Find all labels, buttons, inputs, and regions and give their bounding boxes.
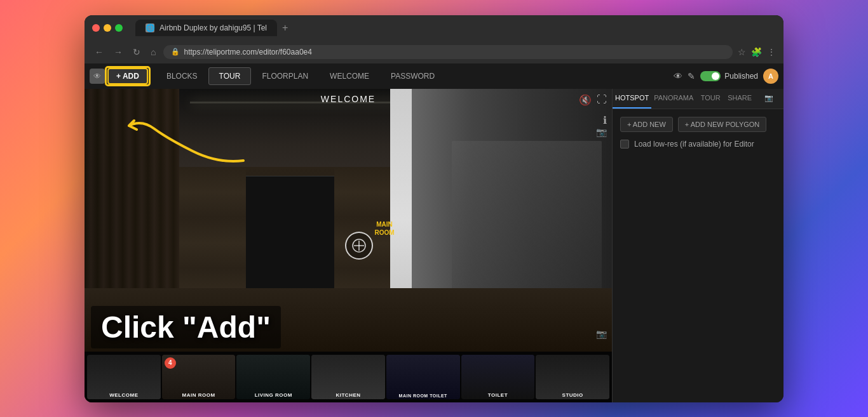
- tab-favicon: 🌐: [146, 23, 154, 32]
- thumb-mrtl-bg: [386, 355, 460, 399]
- add-new-button[interactable]: + ADD NEW: [620, 117, 673, 132]
- view-icons: 🔇 ⛶: [579, 94, 607, 106]
- address-actions: ☆ 🧩 ⋮: [738, 47, 776, 57]
- tab-password[interactable]: PASSWORD: [380, 67, 445, 85]
- sp-tab-hotspot[interactable]: HOTSPOT: [613, 89, 651, 109]
- published-toggle[interactable]: Published: [700, 71, 758, 81]
- thumb-main-room[interactable]: 4 MAIN ROOM: [162, 355, 236, 399]
- app-logo: 👁: [90, 69, 105, 84]
- add-button[interactable]: + ADD: [107, 68, 148, 84]
- editor-area[interactable]: WELCOME 🔇 ⛶ ℹ 📷: [85, 89, 612, 402]
- thumb-mainroom-label: MAIN ROOM: [162, 392, 236, 398]
- traffic-lights: [92, 24, 123, 32]
- main-room-label: MAINROOM: [375, 220, 395, 237]
- bottom-camera-icon[interactable]: 📷: [596, 329, 607, 339]
- thumb-badge: 4: [165, 357, 176, 369]
- fullscreen-icon[interactable]: ⛶: [597, 94, 607, 106]
- info-icon[interactable]: ℹ: [603, 114, 607, 126]
- user-avatar[interactable]: A: [763, 69, 778, 84]
- app-toolbar: 👁 + ADD BLOCKS TOUR FLOORPLAN WELCOME PA…: [85, 63, 783, 89]
- floor: [85, 288, 612, 352]
- url-bar[interactable]: 🔒 https://teliportme.com/editor/f60aa0e4: [163, 45, 733, 59]
- sp-tab-share[interactable]: SHARE: [725, 89, 754, 109]
- forward-button[interactable]: →: [111, 46, 125, 58]
- side-panel: HOTSPOT PANORAMA TOUR SHARE 📷 + ADD NEW …: [612, 89, 783, 402]
- sp-tab-camera[interactable]: 📷: [754, 89, 783, 109]
- new-tab-button[interactable]: +: [282, 22, 288, 34]
- thumb-studio[interactable]: STUDIO: [536, 355, 609, 399]
- navigation-hotspot[interactable]: [345, 232, 373, 260]
- tab-bar: 🌐 Airbnb Duplex by dahigu95 | Tel +: [135, 20, 776, 36]
- logo-icon: 👁: [93, 72, 101, 81]
- add-polygon-button[interactable]: + ADD NEW POLYGON: [678, 117, 766, 132]
- minimize-button[interactable]: [104, 24, 111, 32]
- thumb-welcome[interactable]: WELCOME: [87, 355, 161, 399]
- tab-title: Airbnb Duplex by dahigu95 | Tel: [159, 23, 267, 32]
- address-bar: ← → ↻ ⌂ 🔒 https://teliportme.com/editor/…: [85, 41, 783, 63]
- thumb-kitchen-label: KITCHEN: [311, 392, 385, 398]
- add-button-wrapper: + ADD: [107, 68, 148, 84]
- side-panel-tabs: HOTSPOT PANORAMA TOUR SHARE 📷: [613, 89, 783, 109]
- sp-tab-tour[interactable]: TOUR: [696, 89, 725, 109]
- mute-icon[interactable]: 🔇: [579, 94, 592, 106]
- camera-icon[interactable]: 📷: [596, 127, 607, 137]
- browser-window: 🌐 Airbnb Duplex by dahigu95 | Tel + ← → …: [85, 15, 783, 402]
- thumb-welcome-label: WELCOME: [87, 392, 161, 398]
- load-low-res-option: Load low-res (if available) for Editor: [620, 140, 776, 149]
- tab-tour[interactable]: TOUR: [208, 67, 252, 85]
- url-text: https://teliportme.com/editor/f60aa0e4: [184, 48, 311, 56]
- load-low-res-label: Load low-res (if available) for Editor: [634, 140, 754, 149]
- maximize-button[interactable]: [115, 24, 123, 32]
- tab-welcome[interactable]: WELCOME: [319, 67, 380, 85]
- star-icon[interactable]: ☆: [738, 47, 746, 57]
- load-low-res-checkbox[interactable]: [620, 140, 629, 149]
- edit-icon[interactable]: ✎: [688, 71, 695, 81]
- tab-floorplan[interactable]: FLOORPLAN: [251, 67, 319, 85]
- side-panel-content: + ADD NEW + ADD NEW POLYGON Load low-res…: [613, 109, 783, 402]
- main-room-text: MAINROOM: [375, 221, 395, 236]
- lock-icon: 🔒: [171, 48, 180, 56]
- thumb-main-room-toilet[interactable]: MAIN ROOM TOILET: [386, 355, 460, 399]
- thumb-livingroom-label: LIVING ROOM: [236, 392, 310, 398]
- extension-icon[interactable]: 🧩: [751, 47, 762, 57]
- hotspot-icon: [351, 238, 367, 253]
- thumbnail-strip: WELCOME 4 MAIN ROOM LIVING ROOM KITCHEN: [85, 352, 612, 402]
- thumb-mrtl-label: MAIN ROOM TOILET: [386, 394, 460, 398]
- toggle-switch[interactable]: [700, 71, 721, 81]
- welcome-label: WELCOME: [321, 94, 376, 104]
- back-button[interactable]: ←: [92, 46, 106, 58]
- thumb-living-room[interactable]: LIVING ROOM: [236, 355, 310, 399]
- close-button[interactable]: [92, 24, 100, 32]
- reload-button[interactable]: ↻: [130, 46, 143, 58]
- thumb-toilet[interactable]: TOILET: [461, 355, 535, 399]
- thumb-toilet-label: TOILET: [461, 392, 535, 398]
- title-bar: 🌐 Airbnb Duplex by dahigu95 | Tel +: [85, 15, 783, 41]
- nav-tabs: BLOCKS TOUR FLOORPLAN WELCOME PASSWORD: [156, 67, 671, 85]
- published-label: Published: [724, 72, 758, 81]
- sp-actions: + ADD NEW + ADD NEW POLYGON: [620, 117, 776, 132]
- room-scene: WELCOME 🔇 ⛶ ℹ 📷: [85, 89, 612, 402]
- right-toolbar: 👁 ✎ Published A: [674, 69, 778, 84]
- home-button[interactable]: ⌂: [148, 46, 158, 58]
- sp-tab-panorama[interactable]: PANORAMA: [651, 89, 696, 109]
- menu-icon[interactable]: ⋮: [767, 47, 776, 57]
- thumb-studio-label: STUDIO: [536, 392, 609, 398]
- eye-icon[interactable]: 👁: [674, 71, 682, 81]
- browser-tab[interactable]: 🌐 Airbnb Duplex by dahigu95 | Tel: [135, 20, 277, 36]
- main-content: WELCOME 🔇 ⛶ ℹ 📷: [85, 89, 783, 402]
- thumb-kitchen[interactable]: KITCHEN: [311, 355, 385, 399]
- tab-blocks[interactable]: BLOCKS: [156, 67, 208, 85]
